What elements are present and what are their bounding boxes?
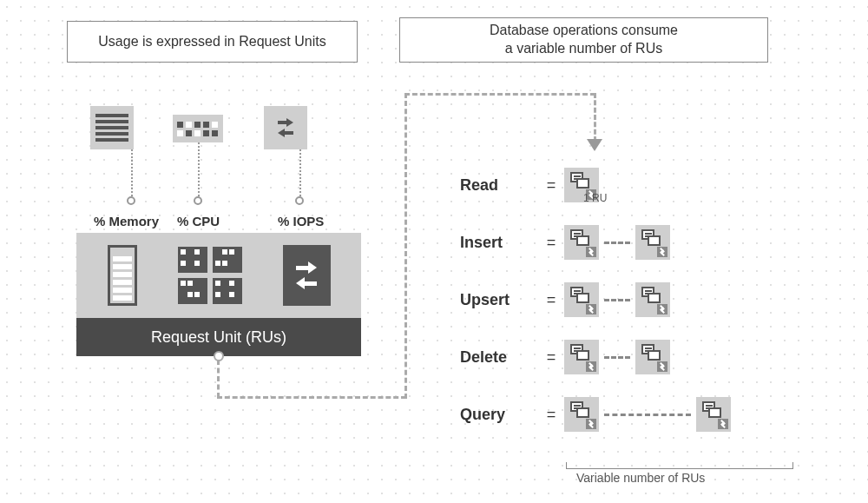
- ru-unit-icon: [635, 282, 670, 317]
- op-row-query: Query =: [460, 386, 731, 443]
- flow-path: [217, 396, 406, 399]
- ru-unit-icon: [564, 397, 599, 432]
- equals-sign: =: [538, 176, 564, 195]
- op-label: Read: [460, 176, 538, 195]
- variable-label: Variable number of RUs: [576, 471, 705, 485]
- ru-iops-icon: [283, 245, 331, 306]
- ru-cost: [564, 282, 670, 317]
- ru-unit-icon: [564, 282, 599, 317]
- ru-cost: [564, 225, 670, 260]
- op-row-delete: Delete =: [460, 328, 731, 386]
- op-label: Delete: [460, 348, 538, 367]
- variable-gap: [604, 356, 630, 359]
- flow-path: [404, 93, 407, 399]
- variable-gap-long: [604, 414, 691, 416]
- ru-unit-icon: [564, 340, 599, 374]
- variable-gap: [604, 299, 630, 301]
- connector-iops: [299, 149, 301, 200]
- label-iops: % IOPS: [278, 214, 324, 228]
- request-unit-box: Request Unit (RUs): [76, 233, 361, 356]
- op-label: Upsert: [460, 291, 538, 309]
- ru-cost: [564, 340, 670, 374]
- variable-bracket: [566, 462, 793, 469]
- anchor-iops: [295, 196, 304, 205]
- iops-icon: [264, 106, 307, 149]
- anchor-memory: [127, 196, 135, 205]
- connector-memory: [131, 149, 133, 200]
- flow-arrowhead-icon: [587, 139, 602, 151]
- flow-path: [217, 360, 220, 398]
- equals-sign: =: [538, 234, 564, 252]
- op-label: Query: [460, 406, 538, 424]
- anchor-cpu: [194, 196, 202, 205]
- ru-unit-icon: [635, 225, 670, 260]
- ru-unit-icon: [564, 225, 599, 260]
- ru-unit-icon: [635, 340, 670, 374]
- variable-gap: [604, 242, 630, 244]
- equals-sign: =: [538, 291, 564, 309]
- header-usage-text: Usage is expressed in Request Units: [98, 34, 326, 50]
- cpu-icon: [173, 115, 223, 142]
- op-row-upsert: Upsert =: [460, 271, 731, 328]
- ru-cost: [564, 397, 731, 432]
- op-label: Insert: [460, 234, 538, 252]
- flow-path: [404, 93, 595, 96]
- label-cpu: % CPU: [177, 214, 220, 228]
- ru-cpu-icon: [178, 247, 242, 304]
- op-row-insert: Insert =: [460, 214, 731, 271]
- header-operations: Database operations consume a variable n…: [399, 17, 768, 63]
- ru-memory-icon: [108, 245, 137, 306]
- ru-unit-icon: [696, 397, 731, 432]
- ru-output-anchor: [214, 351, 224, 361]
- one-ru-label: 1 RU: [583, 192, 607, 204]
- header-operations-text: Database operations consume a variable n…: [490, 22, 678, 58]
- flow-path: [594, 93, 596, 142]
- equals-sign: =: [538, 406, 564, 424]
- connector-cpu: [198, 135, 200, 200]
- ru-resources: [76, 233, 361, 318]
- label-memory: % Memory: [94, 214, 159, 228]
- header-usage: Usage is expressed in Request Units: [67, 21, 358, 63]
- op-row-read: Read =: [460, 156, 731, 214]
- equals-sign: =: [538, 348, 564, 367]
- memory-icon: [90, 106, 134, 149]
